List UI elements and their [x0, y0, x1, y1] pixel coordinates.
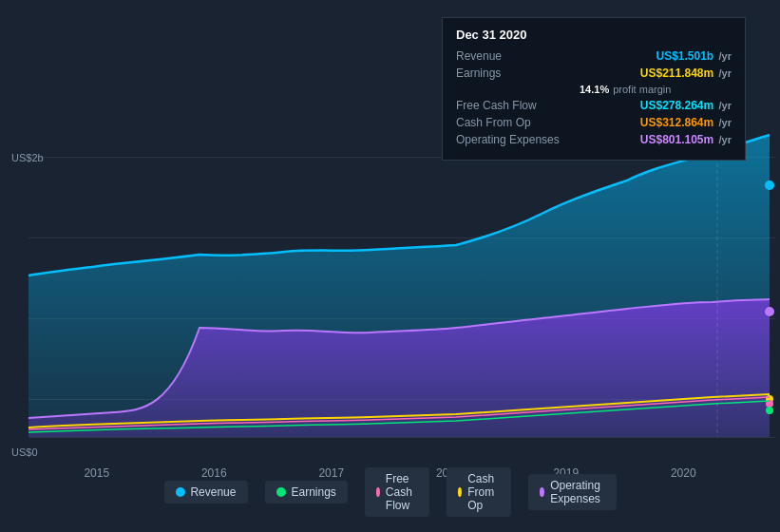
tooltip-row-opex: Operating Expenses US$801.105m /yr: [456, 133, 732, 146]
tooltip-value-fcf: US$278.264m /yr: [640, 99, 732, 112]
legend-label-revenue: Revenue: [190, 485, 236, 499]
tooltip-value-opex: US$801.105m /yr: [640, 133, 732, 146]
x-label-2020: 2020: [671, 466, 696, 480]
tooltip-margin-label: profit margin: [613, 84, 671, 95]
tooltip-margin: 14.1%: [580, 84, 609, 95]
tooltip-row-fcf: Free Cash Flow US$278.264m /yr: [456, 99, 732, 112]
legend-dot-revenue: [175, 487, 184, 497]
legend-dot-cashfromop: [458, 487, 462, 497]
chart-legend: Revenue Earnings Free Cash Flow Cash Fro…: [163, 467, 616, 517]
legend-item-opex[interactable]: Operating Expenses: [528, 474, 617, 510]
tooltip-label-earnings: Earnings: [456, 66, 580, 80]
opex-dot: [765, 307, 774, 316]
tooltip-value-revenue: US$1.501b /yr: [656, 49, 732, 63]
legend-item-revenue[interactable]: Revenue: [163, 481, 247, 504]
legend-label-fcf: Free Cash Flow: [386, 472, 418, 512]
revenue-dot: [765, 180, 774, 190]
legend-item-cashfromop[interactable]: Cash From Op: [447, 467, 511, 517]
legend-dot-opex: [540, 487, 544, 497]
tooltip-title: Dec 31 2020: [456, 28, 732, 42]
tooltip-row-earnings: Earnings US$211.848m /yr: [456, 66, 732, 80]
legend-label-opex: Operating Expenses: [550, 479, 604, 505]
tooltip-label-revenue: Revenue: [456, 49, 580, 63]
legend-label-earnings: Earnings: [291, 485, 335, 499]
tooltip-value-earnings: US$211.848m /yr: [640, 66, 732, 80]
legend-dot-earnings: [276, 487, 285, 497]
data-tooltip: Dec 31 2020 Revenue US$1.501b /yr Earnin…: [442, 17, 746, 161]
legend-item-earnings[interactable]: Earnings: [264, 481, 347, 504]
tooltip-value-cashfromop: US$312.864m /yr: [640, 116, 732, 129]
legend-label-cashfromop: Cash From Op: [467, 472, 500, 512]
tooltip-label-fcf: Free Cash Flow: [456, 99, 580, 112]
x-label-2015: 2015: [84, 466, 109, 480]
tooltip-row-revenue: Revenue US$1.501b /yr: [456, 49, 732, 63]
tooltip-label-opex: Operating Expenses: [456, 133, 580, 146]
legend-item-fcf[interactable]: Free Cash Flow: [365, 467, 429, 517]
earnings-dot: [766, 407, 773, 414]
tooltip-label-cashfromop: Cash From Op: [456, 116, 580, 129]
legend-dot-fcf: [376, 487, 380, 497]
tooltip-row-cashfromop: Cash From Op US$312.864m /yr: [456, 116, 732, 129]
